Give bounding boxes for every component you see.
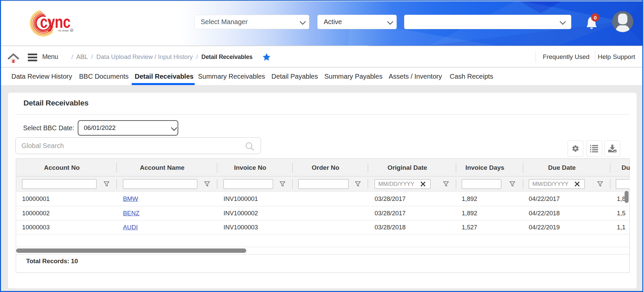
svg-text:cync: cync: [40, 12, 70, 31]
svg-text:0: 0: [594, 15, 597, 20]
svg-text:It's Smart: It's Smart: [58, 29, 69, 32]
svg-text:R: R: [71, 29, 72, 31]
